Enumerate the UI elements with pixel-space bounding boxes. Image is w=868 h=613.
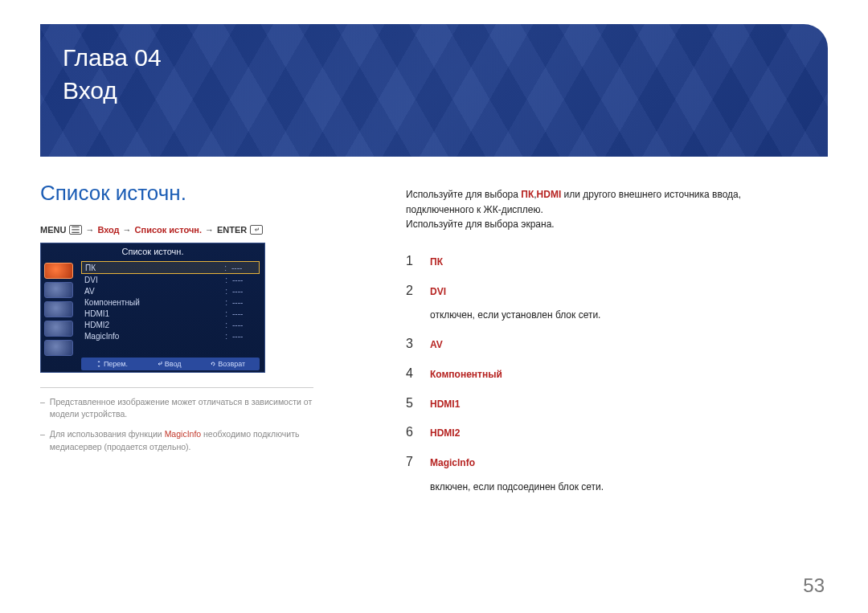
menu-icon <box>69 225 82 235</box>
list-number: 6 <box>406 423 419 443</box>
osd-row: Компонентный : ---- <box>81 296 260 308</box>
osd-row-value: ---- <box>232 332 256 341</box>
intro-highlight: ПК <box>521 189 534 200</box>
osd-row-value: ---- <box>232 287 256 296</box>
osd-footer: Перем. Ввод Возврат <box>81 358 260 370</box>
page-number: 53 <box>803 574 825 597</box>
osd-row-label: HDMI1 <box>84 309 220 318</box>
osd-side-icon <box>44 282 73 298</box>
osd-row: HDMI1 : ---- <box>81 308 260 319</box>
osd-row-value: ---- <box>232 276 256 284</box>
osd-row-value: ---- <box>231 264 256 272</box>
osd-row-colon: : <box>225 309 227 318</box>
osd-side-icon <box>44 340 73 356</box>
osd-row: DVI : ---- <box>81 274 260 285</box>
osd-row-colon: : <box>225 332 227 341</box>
osd-row-label: ПК <box>85 264 219 272</box>
chapter-header: Глава 04 Вход <box>40 24 828 157</box>
osd-list: ПК : ---- DVI : ---- AV : ---- Компонент… <box>81 261 260 341</box>
footnotes: – Представленное изображение может отлич… <box>40 387 313 453</box>
osd-side-icon <box>44 263 73 279</box>
osd-footer-back: Возврат <box>210 360 245 368</box>
chapter-name: Вход <box>63 75 805 108</box>
osd-row-colon: : <box>225 276 227 284</box>
osd-row-value: ---- <box>232 309 256 318</box>
osd-sidebar <box>44 261 76 356</box>
osd-row-value: ---- <box>232 321 256 329</box>
osd-title: Список источн. <box>41 243 264 258</box>
breadcrumb-menu-label: MENU <box>40 225 66 235</box>
osd-side-icon <box>44 321 73 337</box>
osd-row-colon: : <box>225 298 227 307</box>
osd-row: ПК : ---- <box>81 261 260 274</box>
breadcrumb-enter-label: ENTER <box>217 225 247 235</box>
list-label: AV <box>430 337 443 353</box>
footnote-highlight: MagicInfo <box>165 429 202 439</box>
osd-row-label: HDMI2 <box>84 321 220 329</box>
list-label: MagicInfo <box>430 456 475 471</box>
list-note: включен, если подсоединен блок сети. <box>406 477 807 501</box>
osd-screenshot: Список источн. ПК : ---- DVI : ---- <box>40 243 265 373</box>
list-number: 7 <box>406 452 419 472</box>
osd-row-label: MagicInfo <box>84 332 220 341</box>
list-item: 3 AV <box>406 329 807 359</box>
breadcrumb-arrow: → <box>85 225 94 235</box>
list-label: Компонентный <box>430 367 502 382</box>
list-item: 1 ПК <box>406 247 807 276</box>
osd-row-value: ---- <box>232 298 256 307</box>
intro-highlight: HDMI <box>537 189 562 200</box>
list-note: отключен, если установлен блок сети. <box>406 305 807 329</box>
osd-row: MagicInfo : ---- <box>81 330 260 341</box>
breadcrumb-step-1: Вход <box>97 225 119 235</box>
osd-row-colon: : <box>224 264 227 272</box>
list-item: 7 MagicInfo <box>406 447 807 477</box>
list-label: DVI <box>430 284 446 300</box>
breadcrumb-step-2: Список источн. <box>135 225 202 235</box>
right-column: Используйте для выбора ПК,HDMI или друго… <box>406 187 807 501</box>
chapter-title: Глава 04 Вход <box>40 24 828 107</box>
osd-side-icon <box>44 301 73 317</box>
breadcrumb-arrow: → <box>205 225 214 235</box>
list-number: 3 <box>406 334 419 354</box>
list-item: 5 HDMI1 <box>406 389 807 419</box>
footnote-dash: – <box>40 396 45 420</box>
osd-row-label: DVI <box>84 276 220 284</box>
footnote-text: Представленное изображение может отличат… <box>50 396 313 420</box>
footnote-1: – Представленное изображение может отлич… <box>40 396 313 420</box>
osd-row-colon: : <box>225 287 227 296</box>
list-label: ПК <box>430 255 443 270</box>
osd-row-colon: : <box>225 321 227 329</box>
list-number: 2 <box>406 281 419 301</box>
osd-row: HDMI2 : ---- <box>81 319 260 330</box>
footnote-dash: – <box>40 428 45 452</box>
footnote-2: – Для использования функции MagicInfo не… <box>40 428 313 452</box>
list-item: 2 DVI <box>406 276 807 306</box>
list-number: 1 <box>406 251 419 272</box>
osd-footer-enter: Ввод <box>157 360 182 368</box>
list-number: 5 <box>406 394 419 414</box>
list-label: HDMI2 <box>430 426 460 441</box>
list-item: 6 HDMI2 <box>406 418 807 447</box>
source-list: 1 ПК 2 DVI отключен, если установлен бло… <box>406 247 807 501</box>
intro-text: Используйте для выбора ПК,HDMI или друго… <box>406 187 807 232</box>
list-label: HDMI1 <box>430 397 460 412</box>
footnote-text: Для использования функции MagicInfo необ… <box>50 428 313 452</box>
page: Глава 04 Вход Список источн. MENU → Вход… <box>0 0 868 613</box>
osd-row-label: Компонентный <box>84 298 220 307</box>
intro-line2: Используйте для выбора экрана. <box>406 217 807 232</box>
content-area: Список источн. MENU → Вход → Список исто… <box>40 181 828 461</box>
list-item: 4 Компонентный <box>406 359 807 389</box>
enter-icon <box>250 225 263 235</box>
osd-row-label: AV <box>84 287 220 296</box>
breadcrumb-arrow: → <box>123 225 132 235</box>
list-number: 4 <box>406 364 419 384</box>
chapter-number: Глава 04 <box>63 42 805 75</box>
osd-row: AV : ---- <box>81 285 260 296</box>
osd-footer-move: Перем. <box>96 360 128 368</box>
